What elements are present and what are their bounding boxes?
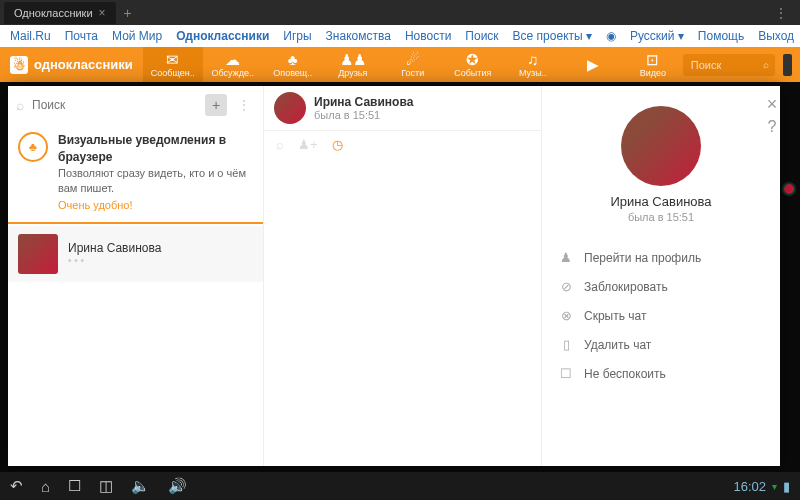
nav-notifications[interactable]: ♣Оповещ.. — [263, 47, 323, 82]
android-navbar: ↶ ⌂ ☐ ◫ 🔈 🔊 16:02 ▾ ▮ — [0, 472, 800, 500]
block-icon: ⊘ — [558, 279, 574, 294]
dnd-icon: ☐ — [558, 366, 574, 381]
chat-panel: Ирина Савинова была в 15:51 ⌕ ♟+ ◷ — [264, 86, 541, 466]
link-games[interactable]: Игры — [283, 29, 311, 43]
chat-list-item[interactable]: Ирина Савинова • • • — [8, 226, 263, 282]
link-help[interactable]: Помощь — [698, 29, 744, 43]
nav-video[interactable]: ⊡Видео — [623, 47, 683, 82]
volume-down-icon[interactable]: 🔈 — [131, 477, 150, 495]
link-moimir[interactable]: Мой Мир — [112, 29, 162, 43]
user-avatar[interactable] — [783, 54, 792, 76]
globe-icon: ◉ — [606, 29, 616, 43]
notif-body: Позволяют сразу видеть, кто и о чём вам … — [58, 166, 253, 197]
envelope-icon: ✉ — [166, 52, 179, 67]
close-icon[interactable]: × — [99, 6, 106, 20]
home-icon[interactable]: ⌂ — [41, 478, 50, 495]
recent-icon[interactable]: ☐ — [68, 477, 81, 495]
nav-guests[interactable]: ☄Гости — [383, 47, 443, 82]
chat-status: была в 15:51 — [314, 109, 413, 121]
link-znak[interactable]: Знакомства — [326, 29, 391, 43]
notif-sub: Очень удобно! — [58, 198, 253, 213]
chat-header: Ирина Савинова была в 15:51 — [264, 86, 541, 131]
notif-title: Визуальные уведомления в браузере — [58, 132, 253, 166]
typing-dots: • • • — [68, 255, 161, 266]
bell-icon: ♣ — [288, 52, 298, 67]
link-mailru[interactable]: Mail.Ru — [10, 29, 51, 43]
profile-panel: Ирина Савинова была в 15:51 ♟Перейти на … — [541, 86, 780, 466]
avatar — [18, 234, 58, 274]
menu-icon[interactable]: ⋮ — [766, 5, 796, 21]
hide-icon: ⊗ — [558, 308, 574, 323]
search-icon[interactable]: ⌕ — [763, 59, 769, 70]
screenshot-icon[interactable]: ◫ — [99, 477, 113, 495]
new-tab-button[interactable]: + — [116, 5, 140, 21]
nav-music[interactable]: ♫Музы.. — [503, 47, 563, 82]
bell-icon: ♣ — [18, 132, 48, 162]
play-icon: ▶ — [587, 57, 599, 72]
close-modal-button[interactable]: × — [762, 94, 782, 115]
ok-icon: ☃ — [10, 56, 28, 74]
help-button[interactable]: ? — [762, 118, 782, 136]
events-icon: ✪ — [466, 52, 479, 67]
guests-icon: ☄ — [406, 52, 419, 67]
search-icon[interactable]: ⌕ — [276, 137, 284, 152]
more-icon[interactable]: ⋮ — [233, 97, 255, 113]
profile-name[interactable]: Ирина Савинова — [556, 194, 766, 209]
person-icon: ♟ — [558, 250, 574, 265]
back-icon[interactable]: ↶ — [10, 477, 23, 495]
logo[interactable]: ☃ одноклассники — [0, 56, 143, 74]
link-news[interactable]: Новости — [405, 29, 451, 43]
add-chat-button[interactable]: + — [205, 94, 227, 116]
profile-status: была в 15:51 — [556, 211, 766, 223]
search-icon: ⌕ — [16, 97, 24, 113]
volume-up-icon[interactable]: 🔊 — [168, 477, 187, 495]
clock: 16:02 — [733, 479, 766, 494]
action-profile[interactable]: ♟Перейти на профиль — [556, 243, 766, 272]
link-lang[interactable]: Русский ▾ — [630, 29, 684, 43]
chat-title[interactable]: Ирина Савинова — [314, 95, 413, 109]
nav-friends[interactable]: ♟♟Друзья — [323, 47, 383, 82]
main-nav: ☃ одноклассники ✉Сообщен.. ☁Обсужде.. ♣О… — [0, 47, 800, 82]
action-delete[interactable]: ▯Удалить чат — [556, 330, 766, 359]
nav-play[interactable]: ▶ — [563, 47, 623, 82]
friends-icon: ♟♟ — [340, 52, 366, 67]
battery-icon: ▮ — [783, 479, 790, 494]
group-icon[interactable]: ♟+ — [298, 137, 318, 152]
avatar[interactable] — [274, 92, 306, 124]
link-ok[interactable]: Одноклассники — [176, 29, 269, 43]
browser-tab[interactable]: Одноклассники × — [4, 2, 116, 24]
nav-search-input[interactable] — [689, 58, 763, 72]
messages-modal: × ? ⌕ + ⋮ ♣ Визуальные уведомления в бра… — [8, 86, 780, 466]
chat-search-input[interactable] — [30, 97, 199, 113]
nav-search[interactable]: ⌕ — [683, 54, 775, 76]
trash-icon: ▯ — [558, 337, 574, 352]
link-exit[interactable]: Выход — [758, 29, 794, 43]
link-projects[interactable]: Все проекты ▾ — [513, 29, 592, 43]
clock-icon[interactable]: ◷ — [332, 137, 343, 152]
link-pochta[interactable]: Почта — [65, 29, 98, 43]
browser-notif-banner[interactable]: ♣ Визуальные уведомления в браузере Позв… — [8, 124, 263, 224]
music-icon: ♫ — [527, 52, 538, 67]
chats-sidebar: ⌕ + ⋮ ♣ Визуальные уведомления в браузер… — [8, 86, 264, 466]
bg-indicator-icon — [782, 182, 796, 196]
chat-name: Ирина Савинова — [68, 241, 161, 255]
nav-discussions[interactable]: ☁Обсужде.. — [203, 47, 263, 82]
wifi-icon: ▾ — [772, 481, 777, 492]
profile-avatar[interactable] — [621, 106, 701, 186]
action-block[interactable]: ⊘Заблокировать — [556, 272, 766, 301]
nav-events[interactable]: ✪События — [443, 47, 503, 82]
nav-messages[interactable]: ✉Сообщен.. — [143, 47, 203, 82]
video-icon: ⊡ — [646, 52, 659, 67]
action-dnd[interactable]: ☐Не беспокоить — [556, 359, 766, 388]
chat-icon: ☁ — [225, 52, 240, 67]
link-search[interactable]: Поиск — [465, 29, 498, 43]
chat-tools: ⌕ ♟+ ◷ — [264, 131, 541, 158]
portal-links: Mail.Ru Почта Мой Мир Одноклассники Игры… — [0, 25, 800, 47]
tab-title: Одноклассники — [14, 7, 93, 19]
action-hide[interactable]: ⊗Скрыть чат — [556, 301, 766, 330]
